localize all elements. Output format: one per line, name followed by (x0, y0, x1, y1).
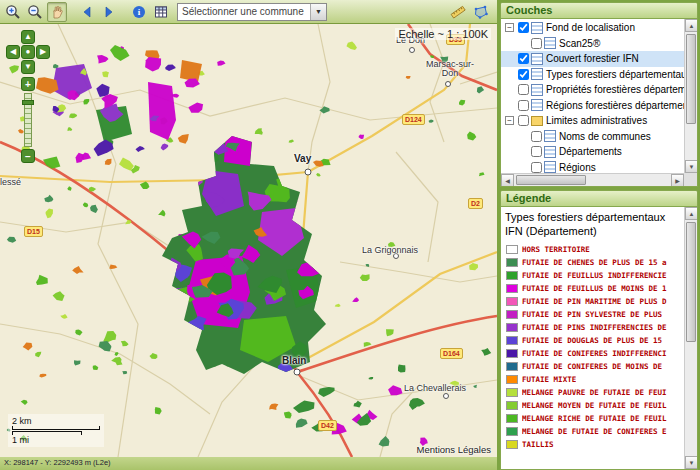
scroll-right-button[interactable]: ▶ (671, 174, 684, 187)
legend-entry: FUTAIE DE PIN MARITIME DE PLUS D (504, 295, 684, 308)
layers-vscrollbar[interactable]: ▲ ▼ (684, 19, 697, 173)
zoom-out-button[interactable] (25, 2, 45, 22)
layer-row[interactable]: Départements (501, 144, 684, 160)
measure-area-icon (473, 4, 489, 20)
legend-swatch (506, 258, 518, 267)
road-shield: D2 (468, 198, 483, 209)
zoom-in-button[interactable] (3, 2, 23, 22)
layer-row[interactable]: −Limites administratives (501, 113, 684, 129)
chevron-down-icon[interactable]: ▼ (310, 4, 326, 20)
layer-checkbox[interactable] (518, 22, 529, 33)
legend-entry: FUTAIE DE DOUGLAS DE PLUS DE 15 (504, 334, 684, 347)
road-shield: D15 (24, 226, 43, 237)
legend-panel-header[interactable]: Légende (500, 190, 698, 207)
layer-checkbox[interactable] (518, 115, 529, 126)
layer-row[interactable]: Noms de communes (501, 129, 684, 145)
legend-swatch (506, 427, 518, 436)
map-toolbar: i Sélectionner une commune ▼ (0, 0, 497, 24)
zoom-slider-track[interactable] (24, 93, 32, 147)
legend-entry: TAILLIS (504, 438, 684, 451)
scrollbar-thumb[interactable] (686, 222, 696, 342)
legend-label: FUTAIE DE PINS INDIFFERENCIES DE (522, 323, 667, 332)
scroll-down-button[interactable]: ▼ (685, 160, 698, 173)
zoom-in-slider-button[interactable]: + (21, 77, 35, 91)
zoom-slider-handle[interactable] (22, 100, 34, 105)
pan-up-button[interactable]: ▲ (21, 30, 35, 44)
layer-row[interactable]: −Fond de localisation (501, 20, 684, 36)
legend-swatch (506, 310, 518, 319)
commune-select[interactable]: Sélectionner une commune ▼ (177, 3, 327, 21)
pan-down-button[interactable]: ▼ (21, 60, 35, 74)
layer-row[interactable]: Couvert forestier IFN (501, 51, 684, 67)
scrollbar-track[interactable] (685, 220, 697, 456)
pan-left-button[interactable]: ◀ (6, 45, 20, 59)
legend-entry: MELANGE PAUVRE DE FUTAIE DE FEUI (504, 386, 684, 399)
tree-expander-icon[interactable]: − (505, 23, 514, 32)
map-nav-controls: ▲ ◀ ● ▶ ▼ + − (6, 30, 52, 163)
layer-label: Scan25® (559, 38, 600, 49)
legend-swatch (506, 336, 518, 345)
scrollbar-track[interactable] (514, 174, 671, 186)
layer-row[interactable]: Régions forestières départementales (501, 98, 684, 114)
scrollbar-thumb[interactable] (686, 34, 696, 124)
layer-checkbox[interactable] (518, 100, 529, 111)
zoom-out-slider-button[interactable]: − (21, 149, 35, 163)
measure-distance-button[interactable] (448, 2, 468, 22)
legal-mentions-link[interactable]: Mentions Légales (417, 444, 491, 455)
scrollbar-corner (684, 173, 697, 186)
layer-checkbox[interactable] (531, 38, 542, 49)
pan-right-button[interactable]: ▶ (36, 45, 50, 59)
layer-checkbox[interactable] (531, 162, 542, 173)
legend-panel-title: Légende (506, 192, 551, 204)
scrollbar-thumb[interactable] (516, 175, 586, 185)
layers-hscrollbar[interactable]: ◀ ▶ (501, 173, 684, 186)
scroll-up-button[interactable]: ▲ (685, 207, 698, 220)
legend-label: FUTAIE DE CONIFERES DE MOINS DE (522, 362, 662, 371)
toolbar-right-group (448, 2, 494, 22)
layer-row[interactable]: Scan25® (501, 36, 684, 52)
scroll-up-button[interactable]: ▲ (685, 19, 698, 32)
layer-checkbox[interactable] (518, 84, 529, 95)
layer-icon (544, 37, 556, 49)
place-label: La Grigonnais (362, 246, 418, 255)
legend-entry: MELANGE MOYEN DE FUTAIE DE FEUIL (504, 399, 684, 412)
measure-area-button[interactable] (471, 2, 491, 22)
layers-panel-header[interactable]: Couches (500, 2, 698, 19)
legend-content: Types forestiers départementaux IFN (Dép… (501, 207, 684, 469)
legend-vscrollbar[interactable]: ▲ ▼ (684, 207, 697, 469)
legend-swatch (506, 362, 518, 371)
layer-icon (544, 146, 556, 158)
road-shield: D42 (318, 420, 337, 431)
place-label: Marsac-sur-Don (424, 60, 476, 79)
zoom-slider-group: + − (21, 77, 35, 163)
layer-checkbox[interactable] (518, 69, 529, 80)
scrollbar-track[interactable] (685, 32, 697, 160)
layer-icon (531, 68, 543, 80)
layer-icon (544, 161, 556, 173)
layer-row[interactable]: Propriétés forestières départementales (501, 82, 684, 98)
legend-entry: FUTAIE DE PIN SYLVESTRE DE PLUS (504, 308, 684, 321)
map-viewport[interactable]: Le Don Marsac-sur-Don Vay Plessé La Grig… (0, 24, 497, 457)
layer-checkbox[interactable] (518, 53, 529, 64)
info-button[interactable]: i (129, 2, 149, 22)
scroll-left-button[interactable]: ◀ (501, 174, 514, 187)
back-button[interactable] (77, 2, 97, 22)
legend-swatch (506, 414, 518, 423)
scroll-down-button[interactable]: ▼ (685, 456, 698, 469)
legend-entry: MELANGE DE FUTAIE DE CONIFERES E (504, 425, 684, 438)
pan-button[interactable] (47, 2, 67, 22)
legend-entry: FUTAIE MIXTE (504, 373, 684, 386)
road-shield: D124 (402, 114, 425, 125)
layer-checkbox[interactable] (531, 131, 542, 142)
attribute-table-button[interactable] (151, 2, 171, 22)
layer-checkbox[interactable] (531, 146, 542, 157)
layer-row[interactable]: Types forestiers départementaux IFN (501, 67, 684, 83)
tree-spacer (518, 39, 527, 48)
layers-panel-body: −Fond de localisationScan25®Couvert fore… (500, 19, 698, 187)
layer-row[interactable]: Régions (501, 160, 684, 174)
tree-expander-icon[interactable]: − (505, 116, 514, 125)
legend-label: MELANGE PAUVRE DE FUTAIE DE FEUI (522, 388, 667, 397)
tree-spacer (505, 70, 514, 79)
pan-center-button[interactable]: ● (21, 45, 35, 59)
forward-button[interactable] (99, 2, 119, 22)
